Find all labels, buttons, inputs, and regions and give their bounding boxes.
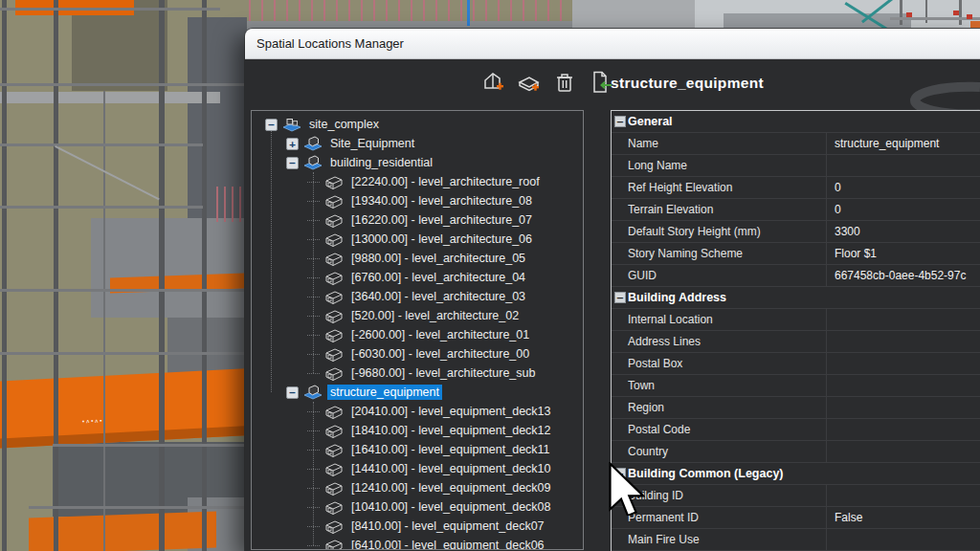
property-value[interactable]: 667458cb-0aee-4b52-97c xyxy=(826,265,980,286)
level-icon xyxy=(324,194,344,209)
add-building-button[interactable] xyxy=(480,71,507,98)
tree-item[interactable]: [-9680.00] - level_architecture_sub xyxy=(252,364,583,383)
rebar xyxy=(239,187,241,222)
tree-item[interactable]: [13000.00] - level_architecture_06 xyxy=(252,230,583,249)
scaffold-pole xyxy=(959,0,962,25)
property-section-header[interactable]: −General xyxy=(612,111,980,133)
tree-item[interactable]: −site_complex xyxy=(252,115,583,134)
property-value[interactable] xyxy=(826,375,980,396)
collapse-icon[interactable]: − xyxy=(286,157,299,169)
tree-connector xyxy=(307,373,320,374)
scaffold-ledger xyxy=(0,8,220,11)
property-value[interactable]: 0 xyxy=(826,199,980,220)
property-section-header[interactable]: −Building Common (Legacy) xyxy=(612,463,980,485)
tree-item[interactable]: [6760.00] - level_architecture_04 xyxy=(252,268,583,287)
scaffold-ledger xyxy=(0,289,247,292)
tree-item-label: [6760.00] - level_architecture_04 xyxy=(348,270,528,285)
property-value[interactable]: 3300 xyxy=(826,221,980,242)
collapse-icon[interactable]: − xyxy=(286,386,299,399)
level-icon xyxy=(324,271,344,285)
tree-item-label: site_complex xyxy=(306,117,382,132)
tree-item[interactable]: [14410.00] - level_equipment_deck10 xyxy=(252,459,583,478)
property-row: Default Story Height (mm)3300 xyxy=(612,221,980,243)
tree-item[interactable]: [10410.00] - level_equipment_deck08 xyxy=(252,497,583,517)
collapse-icon[interactable]: − xyxy=(614,292,626,303)
tree-item-label: [16220.00] - level_architecture_07 xyxy=(348,212,535,228)
level-icon xyxy=(324,309,344,323)
add-building-icon xyxy=(481,70,506,99)
property-value[interactable] xyxy=(826,353,980,374)
concrete-slab xyxy=(91,218,247,318)
property-grid: −GeneralNamestructure_equipmentLong Name… xyxy=(611,110,980,551)
tree-item[interactable]: [16220.00] - level_architecture_07 xyxy=(252,210,583,230)
expand-icon[interactable]: + xyxy=(286,138,299,150)
tree-item[interactable]: [6410.00] - level_equipment_deck06 xyxy=(252,536,583,550)
red-marker xyxy=(967,14,972,19)
tree-item[interactable]: −structure_equipment xyxy=(252,383,583,402)
property-value[interactable] xyxy=(826,331,980,352)
tree-item[interactable]: [8410.00] - level_equipment_deck07 xyxy=(252,517,583,536)
tree-item-label: [10410.00] - level_equipment_deck08 xyxy=(348,499,553,515)
tree-item[interactable]: [22240.00] - level_architecture_roof xyxy=(252,172,583,191)
property-value[interactable] xyxy=(826,419,980,440)
property-value[interactable]: structure_equipment xyxy=(826,133,980,154)
property-section-header[interactable]: −Building Address xyxy=(612,287,980,309)
property-value[interactable] xyxy=(826,485,980,506)
property-value[interactable]: Floor $1 xyxy=(826,243,980,264)
property-value[interactable]: 0 xyxy=(826,177,980,198)
tree-item[interactable]: [12410.00] - level_equipment_deck09 xyxy=(252,478,583,497)
tree-item[interactable]: [3640.00] - level_architecture_03 xyxy=(252,287,583,306)
scaffold-plank xyxy=(0,368,245,449)
tree-item[interactable]: [520.00] - level_architecture_02 xyxy=(252,306,583,325)
tree-item[interactable]: [18410.00] - level_equipment_deck12 xyxy=(252,421,583,440)
tree-connector xyxy=(307,335,320,336)
add-story-button[interactable] xyxy=(516,71,543,98)
add-story-icon xyxy=(517,70,542,99)
import-button[interactable] xyxy=(587,71,613,98)
tree-item[interactable]: −building_residential xyxy=(252,153,583,172)
property-value[interactable] xyxy=(826,155,980,176)
tree-item[interactable]: [-6030.00] - level_architecture_00 xyxy=(252,344,583,364)
property-value[interactable] xyxy=(826,529,980,550)
site-icon xyxy=(282,117,301,132)
tree-connector xyxy=(307,488,320,489)
rebar xyxy=(216,187,218,222)
tree-item-label: [20410.00] - level_equipment_deck13 xyxy=(348,404,553,419)
rebar xyxy=(232,187,234,222)
collapse-icon[interactable]: − xyxy=(614,468,626,479)
tree-item-label: building_residential xyxy=(327,155,435,170)
property-label: Ref Height Elevation xyxy=(628,181,732,194)
property-label: Name xyxy=(628,137,658,150)
property-row: Permanent IDFalse xyxy=(612,507,980,529)
red-marker xyxy=(906,12,912,17)
property-value[interactable] xyxy=(826,441,980,462)
tree-connector xyxy=(307,182,320,183)
tree-item-label: [16410.00] - level_equipment_deck11 xyxy=(348,442,553,457)
level-icon xyxy=(324,500,344,515)
property-value[interactable] xyxy=(826,397,980,418)
property-row: Terrain Elevation0 xyxy=(612,199,980,221)
property-value[interactable]: False xyxy=(826,507,980,528)
delete-button[interactable] xyxy=(551,71,578,98)
property-value[interactable] xyxy=(826,309,980,330)
tree-item[interactable]: +Site_Equipment xyxy=(252,134,583,153)
tree-item[interactable]: [19340.00] - level_architecture_08 xyxy=(252,191,583,210)
property-row: Namestructure_equipment xyxy=(612,133,980,155)
tree-connector xyxy=(307,545,320,546)
property-label: Town xyxy=(628,379,655,392)
tree-item[interactable]: [20410.00] - level_equipment_deck13 xyxy=(252,402,583,421)
tree-view: −site_complex+Site_Equipment−building_re… xyxy=(252,115,583,550)
property-row: Building ID xyxy=(612,485,980,507)
scaffold-ledger xyxy=(0,143,203,146)
property-row: Main Fire Use xyxy=(612,529,980,551)
collapse-icon[interactable]: − xyxy=(265,119,278,131)
level-icon xyxy=(324,519,344,534)
collapse-icon[interactable]: − xyxy=(614,116,626,127)
tree-item[interactable]: [-2600.00] - level_architecture_01 xyxy=(252,325,583,344)
concrete-slab xyxy=(0,92,220,103)
tree-item[interactable]: [16410.00] - level_equipment_deck11 xyxy=(252,440,583,459)
tree-item[interactable]: [9880.00] - level_architecture_05 xyxy=(252,249,583,268)
tree-item-label: [-9680.00] - level_architecture_sub xyxy=(348,365,538,381)
dialog-titlebar[interactable]: Spatial Locations Manager xyxy=(245,29,980,59)
spatial-locations-manager-dialog: Spatial Locations Manager structure_equi… xyxy=(245,29,980,551)
